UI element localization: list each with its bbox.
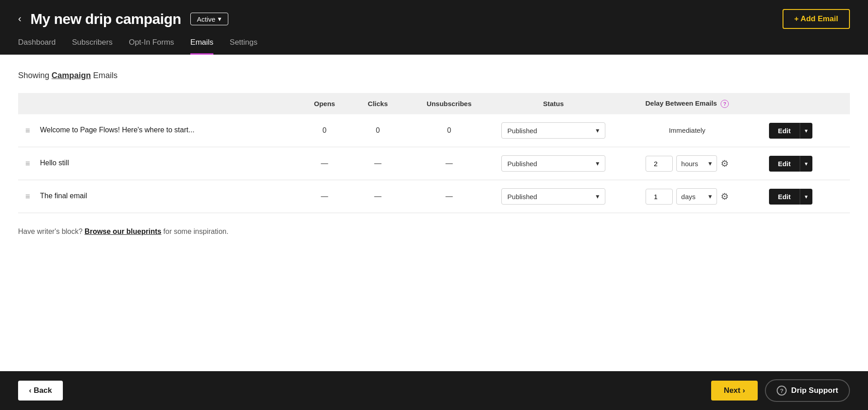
email-name-cell: ≡ Welcome to Page Flows! Here's where to… bbox=[18, 114, 297, 147]
blueprints-suffix: for some inspiration. bbox=[161, 228, 229, 235]
next-button-label: Next › bbox=[724, 386, 745, 395]
blueprints-link[interactable]: Browse our blueprints bbox=[85, 228, 161, 235]
table-row: ≡ Hello still — — — Published ▾ bbox=[18, 147, 850, 180]
opens-cell-row2: — bbox=[297, 147, 352, 180]
email-name-row3: ≡ The final email bbox=[25, 192, 290, 201]
edit-button-row2[interactable]: Edit bbox=[769, 156, 800, 172]
drag-handle-icon[interactable]: ≡ bbox=[25, 126, 30, 135]
header-top: ‹ My new drip campaign Active ▾ + Add Em… bbox=[18, 9, 850, 38]
add-email-button[interactable]: + Add Email bbox=[783, 9, 850, 29]
col-opens: Opens bbox=[297, 93, 352, 114]
gear-icon-row3[interactable]: ⚙ bbox=[721, 191, 729, 202]
email-subject: The final email bbox=[40, 192, 87, 200]
col-delay: Delay Between Emails ? bbox=[613, 93, 762, 114]
table-row: ≡ Welcome to Page Flows! Here's where to… bbox=[18, 114, 850, 147]
main-content: Showing Campaign Emails Opens Clicks Uns… bbox=[0, 55, 868, 371]
delay-container-row2: hours ▾ ⚙ bbox=[620, 155, 755, 172]
showing-highlight: Campaign bbox=[52, 71, 91, 80]
drag-handle-icon[interactable]: ≡ bbox=[25, 192, 30, 201]
status-value-row2: Published bbox=[507, 160, 537, 168]
nav-tabs: Dashboard Subscribers Opt-In Forms Email… bbox=[18, 38, 850, 55]
showing-suffix: Emails bbox=[91, 71, 118, 80]
edit-dropdown-row1[interactable]: ▾ bbox=[800, 123, 812, 139]
edit-button-row1[interactable]: Edit bbox=[769, 123, 800, 139]
email-name-cell: ≡ Hello still bbox=[18, 147, 297, 180]
email-name-row2: ≡ Hello still bbox=[25, 159, 290, 168]
delay-value-input-row3[interactable] bbox=[646, 189, 673, 205]
showing-prefix: Showing bbox=[18, 71, 52, 80]
status-value-row3: Published bbox=[507, 193, 537, 200]
status-cell-row2: Published ▾ bbox=[494, 147, 613, 180]
delay-value-input-row2[interactable] bbox=[646, 156, 673, 172]
blueprints-prefix: Have writer's block? bbox=[18, 228, 85, 235]
delay-unit-select-row2[interactable]: hours ▾ bbox=[676, 155, 717, 172]
tab-emails[interactable]: Emails bbox=[190, 38, 213, 55]
col-unsubscribes: Unsubscribes bbox=[404, 93, 495, 114]
edit-dropdown-row3[interactable]: ▾ bbox=[800, 189, 812, 205]
actions-cell-row1: Edit ▾ bbox=[762, 114, 850, 147]
edit-btn-group-row2: Edit ▾ bbox=[769, 156, 843, 172]
opens-cell-row1: 0 bbox=[297, 114, 352, 147]
edit-dropdown-row2[interactable]: ▾ bbox=[800, 156, 812, 172]
delay-col-label: Delay Between Emails bbox=[646, 99, 717, 107]
delay-unit-value-row2: hours bbox=[681, 160, 698, 168]
status-select-row2[interactable]: Published ▾ bbox=[501, 155, 605, 172]
drag-handle-icon[interactable]: ≡ bbox=[25, 159, 30, 168]
col-clicks: Clicks bbox=[352, 93, 404, 114]
status-cell-row1: Published ▾ bbox=[494, 114, 613, 147]
tab-settings[interactable]: Settings bbox=[230, 38, 257, 55]
add-email-label: + Add Email bbox=[794, 14, 838, 23]
unsubscribes-cell-row2: — bbox=[404, 147, 495, 180]
delay-info-icon[interactable]: ? bbox=[721, 100, 729, 108]
gear-icon-row2[interactable]: ⚙ bbox=[721, 158, 729, 169]
status-select-row1[interactable]: Published ▾ bbox=[501, 122, 605, 139]
next-button[interactable]: Next › bbox=[711, 381, 758, 401]
status-badge[interactable]: Active ▾ bbox=[190, 13, 229, 25]
clicks-cell-row2: — bbox=[352, 147, 404, 180]
delay-unit-value-row3: days bbox=[681, 193, 696, 200]
delay-unit-chevron-row3: ▾ bbox=[708, 192, 712, 200]
actions-cell-row2: Edit ▾ bbox=[762, 147, 850, 180]
edit-button-row3[interactable]: Edit bbox=[769, 189, 800, 205]
opens-cell-row3: — bbox=[297, 180, 352, 213]
col-name bbox=[18, 93, 297, 114]
back-arrow-icon[interactable]: ‹ bbox=[18, 13, 21, 25]
edit-btn-group-row1: Edit ▾ bbox=[769, 123, 843, 139]
email-subject: Welcome to Page Flows! Here's where to s… bbox=[40, 126, 195, 134]
tab-dashboard[interactable]: Dashboard bbox=[18, 38, 56, 55]
delay-unit-select-row3[interactable]: days ▾ bbox=[676, 188, 717, 205]
status-chevron-row3: ▾ bbox=[596, 192, 599, 200]
blueprints-text: Have writer's block? Browse our blueprin… bbox=[18, 228, 850, 236]
drip-support-label: Drip Support bbox=[791, 386, 838, 395]
help-circle-icon: ? bbox=[777, 386, 787, 396]
table-row: ≡ The final email — — — Published ▾ bbox=[18, 180, 850, 213]
status-chevron-row1: ▾ bbox=[596, 126, 599, 135]
unsubscribes-cell-row1: 0 bbox=[404, 114, 495, 147]
tab-subscribers[interactable]: Subscribers bbox=[72, 38, 113, 55]
showing-text: Showing Campaign Emails bbox=[18, 71, 850, 80]
header: ‹ My new drip campaign Active ▾ + Add Em… bbox=[0, 0, 868, 55]
status-select-row3[interactable]: Published ▾ bbox=[501, 188, 605, 205]
clicks-cell-row3: — bbox=[352, 180, 404, 213]
email-subject: Hello still bbox=[40, 159, 69, 167]
tab-opt-in-forms[interactable]: Opt-In Forms bbox=[129, 38, 174, 55]
clicks-cell-row1: 0 bbox=[352, 114, 404, 147]
footer-right: Next › ? Drip Support bbox=[711, 379, 850, 402]
header-left: ‹ My new drip campaign Active ▾ bbox=[18, 11, 228, 28]
back-button[interactable]: ‹ Back bbox=[18, 381, 63, 401]
delay-unit-chevron-row2: ▾ bbox=[708, 159, 712, 168]
status-label: Active bbox=[197, 15, 216, 23]
col-status: Status bbox=[494, 93, 613, 114]
status-cell-row3: Published ▾ bbox=[494, 180, 613, 213]
col-actions bbox=[762, 93, 850, 114]
status-value-row1: Published bbox=[507, 127, 537, 135]
delay-cell-row3: days ▾ ⚙ bbox=[613, 180, 762, 213]
edit-btn-group-row3: Edit ▾ bbox=[769, 189, 843, 205]
email-name-cell: ≡ The final email bbox=[18, 180, 297, 213]
delay-cell-row2: hours ▾ ⚙ bbox=[613, 147, 762, 180]
actions-cell-row3: Edit ▾ bbox=[762, 180, 850, 213]
status-chevron-row2: ▾ bbox=[596, 159, 599, 168]
footer: ‹ Back Next › ? Drip Support bbox=[0, 371, 868, 410]
drip-support-button[interactable]: ? Drip Support bbox=[765, 379, 850, 402]
email-name-row1: ≡ Welcome to Page Flows! Here's where to… bbox=[25, 126, 290, 135]
